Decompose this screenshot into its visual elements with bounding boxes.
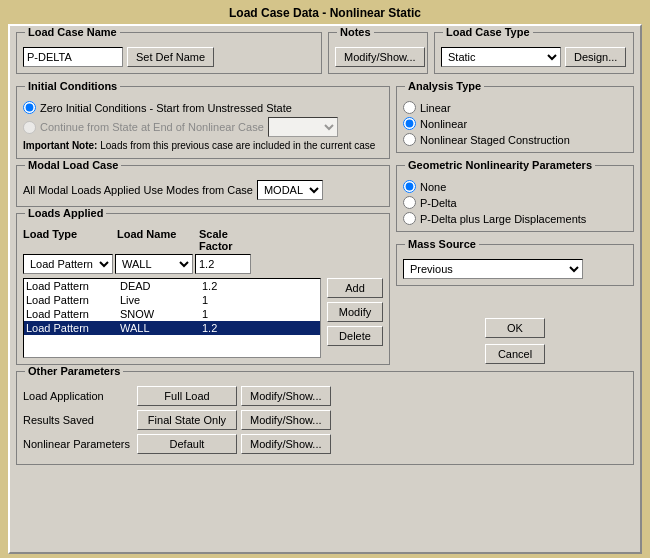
list-name-1: DEAD: [120, 280, 200, 292]
initial-zero-row: Zero Initial Conditions - Start from Uns…: [23, 101, 383, 114]
initial-continue-label: Continue from State at End of Nonlinear …: [40, 121, 264, 133]
scale-factor-input[interactable]: [195, 254, 251, 274]
col-header-type: Load Type: [23, 228, 115, 252]
load-application-row: Load Application Full Load Modify/Show..…: [23, 386, 627, 406]
cancel-button[interactable]: Cancel: [485, 344, 545, 364]
title-bar: Load Case Data - Nonlinear Static: [0, 0, 650, 24]
main-dialog: Load Case Name Set Def Name Notes Modify…: [8, 24, 642, 554]
nonlinear-parameters-row: Nonlinear Parameters Default Modify/Show…: [23, 434, 627, 454]
mass-source-select[interactable]: Previous From Loads From Mass: [403, 259, 583, 279]
col-header-name: Load Name: [117, 228, 197, 252]
results-saved-value-button[interactable]: Final State Only: [137, 410, 237, 430]
geo-pdelta-large-label: P-Delta plus Large Displacements: [420, 213, 586, 225]
modal-load-case-select[interactable]: MODAL: [257, 180, 323, 200]
results-saved-label: Results Saved: [23, 414, 133, 426]
load-case-name-input[interactable]: [23, 47, 123, 67]
geo-pdelta-radio[interactable]: [403, 196, 416, 209]
important-note-label: Important Note:: [23, 140, 97, 151]
geo-pdelta-label: P-Delta: [420, 197, 457, 209]
main-left: Initial Conditions Zero Initial Conditio…: [16, 86, 390, 371]
geo-none-label: None: [420, 181, 446, 193]
geometric-nonlinearity-label: Geometric Nonlinearity Parameters: [405, 159, 595, 171]
mass-source-group: Mass Source Previous From Loads From Mas…: [396, 244, 634, 286]
load-case-name-label: Load Case Name: [25, 26, 120, 38]
load-application-modify-button[interactable]: Modify/Show...: [241, 386, 331, 406]
nonlinear-parameters-value-button[interactable]: Default: [137, 434, 237, 454]
add-button[interactable]: Add: [327, 278, 383, 298]
load-type-select[interactable]: Load Pattern Acceleration: [23, 254, 113, 274]
geo-pdelta-large-row: P-Delta plus Large Displacements: [403, 212, 627, 225]
col-header-scale: Scale Factor: [199, 228, 259, 252]
notes-modify-show-button[interactable]: Modify/Show...: [335, 47, 425, 67]
nonlinear-parameters-modify-button[interactable]: Modify/Show...: [241, 434, 331, 454]
load-case-type-row: Static Response Spectrum Time History De…: [441, 47, 627, 67]
geo-none-row: None: [403, 180, 627, 193]
loads-applied-group: Loads Applied Load Type Load Name Scale …: [16, 213, 390, 365]
geo-pdelta-large-radio[interactable]: [403, 212, 416, 225]
loads-list-area: Load Pattern DEAD 1.2 Load Pattern Live …: [23, 278, 383, 358]
geo-none-radio[interactable]: [403, 180, 416, 193]
results-saved-row: Results Saved Final State Only Modify/Sh…: [23, 410, 627, 430]
modal-load-case-description: All Modal Loads Applied Use Modes from C…: [23, 184, 253, 196]
load-application-label: Load Application: [23, 390, 133, 402]
set-def-name-button[interactable]: Set Def Name: [127, 47, 214, 67]
analysis-nonlinear-radio[interactable]: [403, 117, 416, 130]
list-name-2: Live: [120, 294, 200, 306]
analysis-linear-label: Linear: [420, 102, 451, 114]
analysis-type-radios: Linear Nonlinear Nonlinear Staged Constr…: [403, 101, 627, 146]
modify-button[interactable]: Modify: [327, 302, 383, 322]
analysis-staged-label: Nonlinear Staged Construction: [420, 134, 570, 146]
design-button[interactable]: Design...: [565, 47, 626, 67]
nonlinear-parameters-label: Nonlinear Parameters: [23, 438, 133, 450]
list-name-4: WALL: [120, 322, 200, 334]
initial-conditions-label: Initial Conditions: [25, 80, 120, 92]
list-name-3: SNOW: [120, 308, 200, 320]
list-item[interactable]: Load Pattern SNOW 1: [24, 307, 320, 321]
geometric-nonlinearity-group: Geometric Nonlinearity Parameters None P…: [396, 165, 634, 232]
loads-list: Load Pattern DEAD 1.2 Load Pattern Live …: [23, 278, 321, 358]
list-scale-2: 1: [202, 294, 262, 306]
initial-continue-radio[interactable]: [23, 121, 36, 134]
analysis-staged-row: Nonlinear Staged Construction: [403, 133, 627, 146]
list-scale-3: 1: [202, 308, 262, 320]
load-case-name-group: Load Case Name Set Def Name: [16, 32, 322, 74]
load-application-value-button[interactable]: Full Load: [137, 386, 237, 406]
modal-load-case-label: Modal Load Case: [25, 159, 121, 171]
ok-cancel-area: OK Cancel: [396, 298, 634, 364]
list-scale-1: 1.2: [202, 280, 262, 292]
initial-zero-radio[interactable]: [23, 101, 36, 114]
analysis-staged-radio[interactable]: [403, 133, 416, 146]
list-type-3: Load Pattern: [26, 308, 118, 320]
delete-button[interactable]: Delete: [327, 326, 383, 346]
important-note-text: Loads from this previous case are includ…: [100, 140, 375, 151]
list-type-2: Load Pattern: [26, 294, 118, 306]
load-case-type-group: Load Case Type Static Response Spectrum …: [434, 32, 634, 74]
initial-note: Important Note: Loads from this previous…: [23, 139, 383, 152]
list-item-selected[interactable]: Load Pattern WALL 1.2: [24, 321, 320, 335]
list-item[interactable]: Load Pattern DEAD 1.2: [24, 279, 320, 293]
initial-continue-select: [268, 117, 338, 137]
mass-source-label: Mass Source: [405, 238, 479, 250]
geometric-nonlinearity-radios: None P-Delta P-Delta plus Large Displace…: [403, 180, 627, 225]
other-parameters-label: Other Parameters: [25, 365, 123, 377]
load-case-type-label: Load Case Type: [443, 26, 533, 38]
other-parameters-group: Other Parameters Load Application Full L…: [16, 371, 634, 465]
analysis-type-label: Analysis Type: [405, 80, 484, 92]
loads-buttons: Add Modify Delete: [327, 278, 383, 358]
main-layout: Initial Conditions Zero Initial Conditio…: [16, 86, 634, 371]
initial-conditions-group: Initial Conditions Zero Initial Conditio…: [16, 86, 390, 159]
main-right: Analysis Type Linear Nonlinear Nonlinear…: [396, 86, 634, 371]
top-row: Load Case Name Set Def Name Notes Modify…: [16, 32, 634, 80]
initial-zero-label: Zero Initial Conditions - Start from Uns…: [40, 102, 292, 114]
analysis-linear-radio[interactable]: [403, 101, 416, 114]
notes-label: Notes: [337, 26, 374, 38]
ok-button[interactable]: OK: [485, 318, 545, 338]
dialog-title: Load Case Data - Nonlinear Static: [229, 6, 421, 20]
load-name-select[interactable]: WALL DEAD Live SNOW: [115, 254, 193, 274]
load-case-type-select[interactable]: Static Response Spectrum Time History: [441, 47, 561, 67]
list-item[interactable]: Load Pattern Live 1: [24, 293, 320, 307]
analysis-nonlinear-label: Nonlinear: [420, 118, 467, 130]
geo-pdelta-row: P-Delta: [403, 196, 627, 209]
results-saved-modify-button[interactable]: Modify/Show...: [241, 410, 331, 430]
loads-applied-label: Loads Applied: [25, 207, 106, 219]
